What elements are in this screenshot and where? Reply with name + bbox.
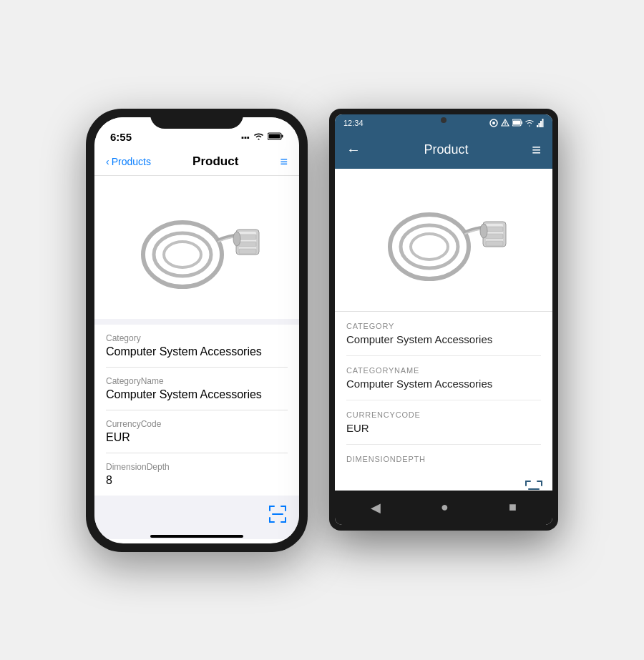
svg-rect-28	[537, 125, 538, 127]
iphone-status-icons: ▪▪▪	[241, 132, 283, 142]
svg-point-11	[233, 232, 240, 246]
android-device: 12:34	[329, 109, 558, 531]
iphone-field-dimensiondepth: DimensionDepth 8	[106, 453, 288, 496]
android-value-categoryname: Computer System Accessories	[346, 378, 541, 390]
android-bottom-nav: ◀ ● ■	[335, 491, 552, 525]
android-status-icons	[489, 119, 544, 127]
iphone-field-categoryname: CategoryName Computer System Accessories	[106, 368, 288, 410]
android-fields: CATEGORY Computer System Accessories CAT…	[335, 312, 552, 476]
iphone-content: Category Computer System Accessories Cat…	[94, 176, 299, 539]
svg-rect-27	[513, 120, 520, 124]
svg-rect-1	[282, 135, 283, 138]
iphone-value-categoryname: Computer System Accessories	[106, 388, 288, 401]
settings-icon	[489, 119, 498, 127]
svg-rect-29	[539, 123, 540, 127]
iphone-notch	[150, 109, 243, 129]
android-field-currencycode: CURRENCYCODE EUR	[346, 400, 541, 445]
svg-rect-20	[272, 513, 283, 515]
svg-rect-2	[269, 134, 280, 139]
svg-rect-30	[540, 121, 542, 127]
iphone-back-label: Products	[112, 156, 151, 167]
svg-point-5	[164, 242, 201, 267]
signal-icon-android	[537, 119, 544, 127]
iphone-field-currencycode: CurrencyCode EUR	[106, 410, 288, 453]
android-back-nav-button[interactable]: ◀	[371, 500, 381, 516]
android-camera	[441, 117, 447, 123]
android-field-categoryname: CATEGORYNAME Computer System Accessories	[346, 356, 541, 400]
chevron-left-icon: ‹	[106, 156, 109, 167]
iphone-value-currencycode: EUR	[106, 431, 288, 444]
android-filter-icon[interactable]: ≡	[532, 141, 541, 159]
svg-point-21	[492, 122, 495, 124]
android-value-category: Computer System Accessories	[346, 333, 541, 345]
android-nav-bar: ← Product ≡	[335, 132, 552, 169]
iphone-label-dimensiondepth: DimensionDepth	[106, 462, 288, 472]
iphone-device: 6:55 ▪▪▪	[86, 109, 308, 552]
cable-lock-image-android	[372, 189, 515, 290]
iphone-label-currencycode: CurrencyCode	[106, 419, 288, 429]
iphone-label-category: Category	[106, 333, 288, 343]
iphone-home-indicator	[150, 535, 243, 538]
svg-rect-9	[239, 242, 256, 247]
scene: 6:55 ▪▪▪	[57, 80, 587, 581]
battery-icon	[268, 132, 283, 142]
iphone-time: 6:55	[110, 131, 132, 143]
wifi-icon	[253, 132, 264, 142]
svg-rect-31	[542, 119, 544, 127]
iphone-field-category: Category Computer System Accessories	[106, 325, 288, 368]
android-label-category: CATEGORY	[346, 322, 541, 330]
android-product-image	[335, 169, 552, 312]
svg-rect-42	[525, 481, 527, 486]
svg-rect-39	[486, 241, 503, 246]
warning-icon	[501, 119, 509, 127]
iphone-value-dimensiondepth: 8	[106, 474, 288, 487]
svg-rect-19	[285, 517, 286, 523]
svg-rect-10	[239, 249, 256, 254]
iphone-action-icon[interactable]: ≡	[280, 154, 288, 169]
android-nav-title: Product	[424, 142, 469, 157]
iphone-screen: 6:55 ▪▪▪	[94, 117, 299, 543]
iphone-value-category: Computer System Accessories	[106, 345, 288, 358]
svg-rect-17	[269, 517, 270, 523]
android-time: 12:34	[343, 119, 364, 127]
svg-rect-37	[486, 227, 503, 232]
scan-icon-ios[interactable]	[268, 504, 288, 528]
svg-rect-23	[504, 122, 505, 124]
iphone-product-image	[94, 176, 299, 319]
android-value-currencycode: EUR	[346, 422, 541, 434]
android-content: CATEGORY Computer System Accessories CAT…	[335, 169, 552, 491]
cable-lock-image-ios	[125, 197, 268, 297]
iphone-fields: Category Computer System Accessories Cat…	[94, 325, 299, 496]
scan-icon-android[interactable]	[524, 479, 544, 491]
android-screen: 12:34	[335, 114, 552, 525]
iphone-label-categoryname: CategoryName	[106, 376, 288, 386]
android-recents-nav-button[interactable]: ■	[509, 500, 517, 515]
android-label-dimensiondepth: DIMENSIONDEPTH	[346, 455, 541, 463]
android-field-category: CATEGORY Computer System Accessories	[346, 312, 541, 356]
svg-point-34	[411, 234, 448, 260]
battery-icon-android	[512, 119, 522, 127]
signal-icon: ▪▪▪	[241, 133, 250, 142]
svg-rect-49	[528, 488, 540, 490]
wifi-icon-android	[525, 119, 534, 127]
svg-rect-26	[522, 121, 523, 124]
svg-rect-8	[239, 235, 256, 240]
svg-rect-13	[269, 506, 270, 511]
iphone-nav-title: Product	[192, 154, 238, 169]
iphone-nav-bar: ‹ Products Product ≡	[94, 149, 299, 176]
iphone-back-button[interactable]: ‹ Products	[106, 156, 151, 167]
svg-point-40	[480, 224, 487, 238]
svg-rect-44	[541, 481, 542, 486]
svg-rect-38	[486, 234, 503, 239]
svg-rect-15	[285, 506, 286, 511]
android-field-dimensiondepth: DIMENSIONDEPTH	[346, 445, 541, 476]
svg-point-24	[504, 124, 505, 124]
android-label-categoryname: CATEGORYNAME	[346, 366, 541, 375]
android-label-currencycode: CURRENCYCODE	[346, 410, 541, 419]
android-back-button[interactable]: ←	[346, 142, 361, 158]
android-home-nav-button[interactable]: ●	[441, 500, 449, 515]
